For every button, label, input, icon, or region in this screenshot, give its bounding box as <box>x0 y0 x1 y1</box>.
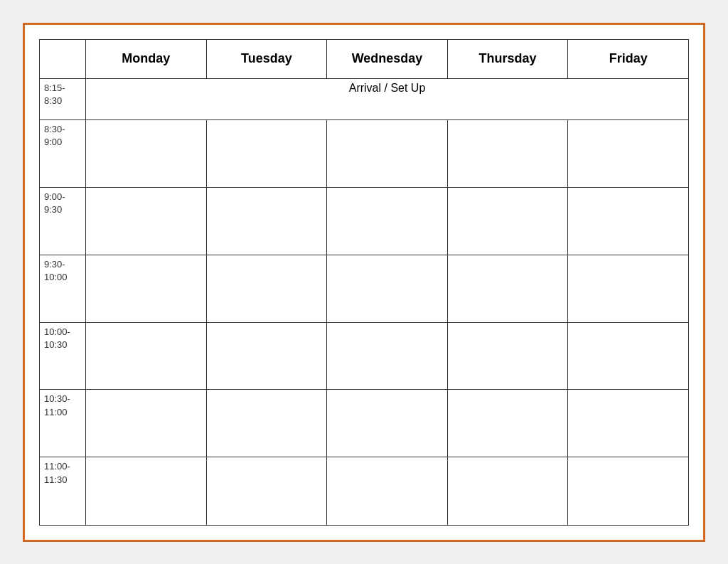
schedule-cell <box>447 119 568 187</box>
schedule-cell <box>327 187 448 255</box>
schedule-table: Monday Tuesday Wednesday Thursday Friday… <box>39 39 689 526</box>
schedule-row: 10:00- 10:30 <box>40 322 689 390</box>
schedule-cell <box>327 119 448 187</box>
header-wednesday: Wednesday <box>327 39 448 78</box>
schedule-cell <box>86 187 207 255</box>
time-cell: 10:00- 10:30 <box>40 322 86 390</box>
schedule-cell <box>447 390 568 457</box>
schedule-row: 11:00- 11:30 <box>40 457 689 525</box>
schedule-cell <box>86 390 207 457</box>
schedule-cell <box>568 322 689 390</box>
schedule-cell <box>568 390 689 457</box>
page-container: Monday Tuesday Wednesday Thursday Friday… <box>23 23 705 542</box>
schedule-cell <box>86 322 207 390</box>
header-thursday: Thursday <box>447 39 568 78</box>
schedule-cell <box>206 187 327 255</box>
schedule-cell <box>86 457 207 525</box>
time-cell: 8:30- 9:00 <box>40 119 86 187</box>
schedule-cell <box>327 390 448 457</box>
schedule-cell <box>206 119 327 187</box>
schedule-cell <box>206 255 327 322</box>
schedule-cell <box>568 255 689 322</box>
time-cell: 9:30- 10:00 <box>40 255 86 322</box>
schedule-cell <box>86 119 207 187</box>
schedule-cell <box>568 187 689 255</box>
arrival-row: 8:15- 8:30Arrival / Set Up <box>40 78 689 119</box>
header-monday: Monday <box>86 39 207 78</box>
time-cell: 9:00- 9:30 <box>40 187 86 255</box>
schedule-row: 10:30- 11:00 <box>40 390 689 457</box>
header-time <box>40 39 86 78</box>
schedule-cell <box>447 255 568 322</box>
schedule-row: 9:00- 9:30 <box>40 187 689 255</box>
schedule-cell <box>86 255 207 322</box>
schedule-cell <box>568 119 689 187</box>
schedule-row: 8:30- 9:00 <box>40 119 689 187</box>
schedule-row: 9:30- 10:00 <box>40 255 689 322</box>
schedule-cell <box>206 322 327 390</box>
schedule-cell <box>447 457 568 525</box>
schedule-cell <box>327 457 448 525</box>
time-cell: 11:00- 11:30 <box>40 457 86 525</box>
time-cell: 10:30- 11:00 <box>40 390 86 457</box>
schedule-cell <box>447 322 568 390</box>
header-row: Monday Tuesday Wednesday Thursday Friday <box>40 39 689 78</box>
header-friday: Friday <box>568 39 689 78</box>
arrival-time-cell: 8:15- 8:30 <box>40 78 86 119</box>
schedule-cell <box>206 390 327 457</box>
schedule-cell <box>327 322 448 390</box>
arrival-label-cell: Arrival / Set Up <box>86 78 689 119</box>
schedule-cell <box>206 457 327 525</box>
schedule-cell <box>447 187 568 255</box>
schedule-cell <box>568 457 689 525</box>
header-tuesday: Tuesday <box>206 39 327 78</box>
schedule-cell <box>327 255 448 322</box>
